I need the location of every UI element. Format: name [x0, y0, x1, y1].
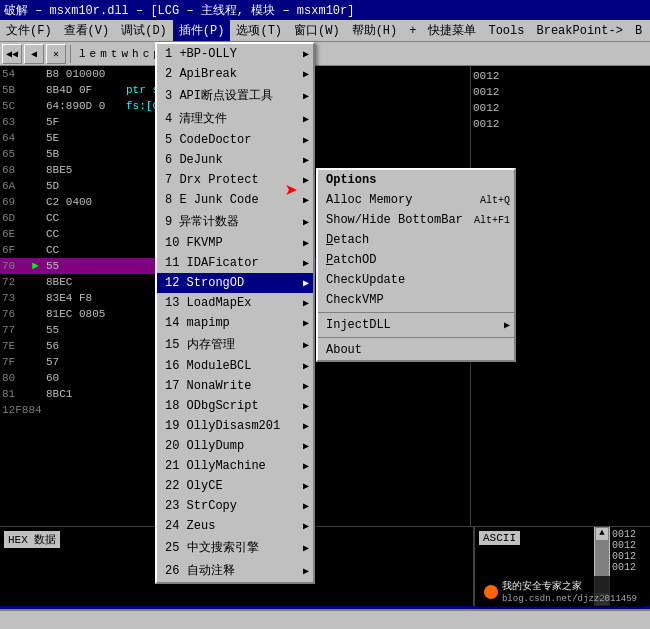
- submenu-arrow-18: ▶: [303, 400, 309, 412]
- menu-debug[interactable]: 调试(D): [115, 20, 173, 41]
- submenu-arrow-16: ▶: [303, 360, 309, 372]
- submenu-arrow-11: ▶: [303, 257, 309, 269]
- submenu-arrow-26: ▶: [303, 565, 309, 577]
- plugin-item-16[interactable]: 16 ModuleBCL ▶: [157, 356, 313, 376]
- submenu-arrow-24: ▶: [303, 520, 309, 532]
- right-panel-content: 0012 0012 0012 0012: [473, 68, 648, 132]
- menu-plugin[interactable]: 插件(P): [173, 20, 231, 41]
- toolbar-letter-t[interactable]: t: [111, 48, 118, 60]
- submenu-arrow-13: ▶: [303, 297, 309, 309]
- menu-shortcuts[interactable]: 快捷菜单: [422, 20, 482, 41]
- plugin-item-22[interactable]: 22 OlyCE ▶: [157, 476, 313, 496]
- strongod-options[interactable]: Options: [318, 170, 514, 190]
- plugin-item-9[interactable]: 9 异常计数器 ▶: [157, 210, 313, 233]
- submenu-arrow-12: ▶: [303, 277, 309, 289]
- submenu-arrow-15: ▶: [303, 339, 309, 351]
- plugin-item-8[interactable]: 8 E Junk Code ▶: [157, 190, 313, 210]
- detach-d: D: [326, 233, 333, 247]
- plugin-item-21[interactable]: 21 OllyMachine ▶: [157, 456, 313, 476]
- right-addr-3: 0012: [473, 100, 648, 116]
- plugin-item-1[interactable]: 1 +BP-OLLY ▶: [157, 44, 313, 64]
- plugin-item-25[interactable]: 25 中文搜索引擎 ▶: [157, 536, 313, 559]
- submenu-arrow-3: ▶: [303, 90, 309, 102]
- ascii-label: ASCII: [479, 531, 520, 545]
- plugin-item-3[interactable]: 3 API断点设置工具 ▶: [157, 84, 313, 107]
- plugin-item-15[interactable]: 15 内存管理 ▶: [157, 333, 313, 356]
- submenu-arrow-19: ▶: [303, 420, 309, 432]
- menu-b[interactable]: B: [629, 22, 648, 40]
- plugin-item-5[interactable]: 5 CodeDoctor ▶: [157, 130, 313, 150]
- strongod-injectdll[interactable]: InjectDLL ▶: [318, 315, 514, 335]
- submenu-arrow-2: ▶: [303, 68, 309, 80]
- menu-window[interactable]: 窗口(W): [288, 20, 346, 41]
- menu-bar: 文件(F) 查看(V) 调试(D) 插件(P) 选项(T) 窗口(W) 帮助(H…: [0, 20, 650, 42]
- strongod-checkvmp[interactable]: CheckVMP: [318, 290, 514, 310]
- toolbar-letter-h[interactable]: h: [132, 48, 139, 60]
- submenu-arrow-22: ▶: [303, 480, 309, 492]
- status-bar: [0, 609, 650, 629]
- scroll-up-btn[interactable]: ▲: [595, 527, 609, 541]
- strongod-submenu[interactable]: Options Alloc Memory Alt+Q Show/Hide Bot…: [316, 168, 516, 362]
- plugin-menu[interactable]: 1 +BP-OLLY ▶ 2 ApiBreak ▶ 3 API断点设置工具 ▶ …: [155, 42, 315, 584]
- toolbar-letter-c[interactable]: c: [143, 48, 150, 60]
- toolbar-back[interactable]: ◀: [24, 44, 44, 64]
- plugin-item-17[interactable]: 17 NonaWrite ▶: [157, 376, 313, 396]
- menu-options[interactable]: 选项(T): [230, 20, 288, 41]
- submenu-arrow-25: ▶: [303, 542, 309, 554]
- plugin-item-4[interactable]: 4 清理文件 ▶: [157, 107, 313, 130]
- plugin-item-23[interactable]: 23 StrCopy ▶: [157, 496, 313, 516]
- bottombar-shortcut: Alt+F1: [474, 215, 510, 226]
- plugin-item-7[interactable]: 7 Drx Protect ▶: [157, 170, 313, 190]
- strongod-detach[interactable]: Detach: [318, 230, 514, 250]
- menu-breakpoint[interactable]: BreakPoint->: [530, 22, 628, 40]
- toolbar-letter-l[interactable]: l: [79, 48, 86, 60]
- strongod-checkupdate[interactable]: CheckUpdate: [318, 270, 514, 290]
- submenu-arrow-14: ▶: [303, 317, 309, 329]
- submenu-arrow-6: ▶: [303, 154, 309, 166]
- plugin-item-13[interactable]: 13 LoadMapEx ▶: [157, 293, 313, 313]
- toolbar-close[interactable]: ✕: [46, 44, 66, 64]
- strongod-patchod[interactable]: PatchOD: [318, 250, 514, 270]
- toolbar-rewind[interactable]: ◀◀: [2, 44, 22, 64]
- plugin-item-26[interactable]: 26 自动注释 ▶: [157, 559, 313, 582]
- plugin-item-10[interactable]: 10 FKVMP ▶: [157, 233, 313, 253]
- toolbar-letter-e[interactable]: e: [90, 48, 97, 60]
- submenu-arrow-9: ▶: [303, 216, 309, 228]
- submenu-arrow-7: ▶: [303, 174, 309, 186]
- patchod-p: P: [326, 253, 333, 267]
- alloc-shortcut: Alt+Q: [480, 195, 510, 206]
- submenu-divider2: [318, 337, 514, 338]
- watermark-text: 我的安全专家之家 blog.csdn.net/djzz2011459: [502, 579, 637, 604]
- menu-file[interactable]: 文件(F): [0, 20, 58, 41]
- right-addr-4: 0012: [473, 116, 648, 132]
- plugin-item-18[interactable]: 18 ODbgScript ▶: [157, 396, 313, 416]
- submenu-arrow-20: ▶: [303, 440, 309, 452]
- plugin-item-11[interactable]: 11 IDAFicator ▶: [157, 253, 313, 273]
- menu-tools[interactable]: Tools: [482, 22, 530, 40]
- toolbar-letter-m[interactable]: m: [100, 48, 107, 60]
- plugin-item-12-strongod[interactable]: 12 StrongOD ▶: [157, 273, 313, 293]
- strongod-show-hide-bottombar[interactable]: Show/Hide BottomBar Alt+F1: [318, 210, 514, 230]
- plugin-item-20[interactable]: 20 OllyDump ▶: [157, 436, 313, 456]
- submenu-arrow-5: ▶: [303, 134, 309, 146]
- plugin-item-19[interactable]: 19 OllyDisasm201 ▶: [157, 416, 313, 436]
- plugin-item-2[interactable]: 2 ApiBreak ▶: [157, 64, 313, 84]
- menu-plus[interactable]: +: [403, 22, 422, 40]
- right-addr-2: 0012: [473, 84, 648, 100]
- submenu-arrow-23: ▶: [303, 500, 309, 512]
- watermark: 我的安全专家之家 blog.csdn.net/djzz2011459: [476, 576, 645, 607]
- plugin-item-24[interactable]: 24 Zeus ▶: [157, 516, 313, 536]
- menu-help[interactable]: 帮助(H): [346, 20, 404, 41]
- injectdll-arrow: ▶: [504, 319, 510, 331]
- submenu-arrow-10: ▶: [303, 237, 309, 249]
- plugin-item-6[interactable]: 6 DeJunk ▶: [157, 150, 313, 170]
- toolbar-letter-w[interactable]: w: [121, 48, 128, 60]
- title-bar: 破解 – msxm10r.dll – [LCG – 主线程, 模块 – msxm…: [0, 0, 650, 20]
- plugin-item-14[interactable]: 14 mapimp ▶: [157, 313, 313, 333]
- submenu-arrow-1: ▶: [303, 48, 309, 60]
- title-text: 破解 – msxm10r.dll – [LCG – 主线程, 模块 – msxm…: [4, 2, 354, 19]
- submenu-arrow-17: ▶: [303, 380, 309, 392]
- menu-view[interactable]: 查看(V): [58, 20, 116, 41]
- strongod-alloc-memory[interactable]: Alloc Memory Alt+Q: [318, 190, 514, 210]
- strongod-about[interactable]: About: [318, 340, 514, 360]
